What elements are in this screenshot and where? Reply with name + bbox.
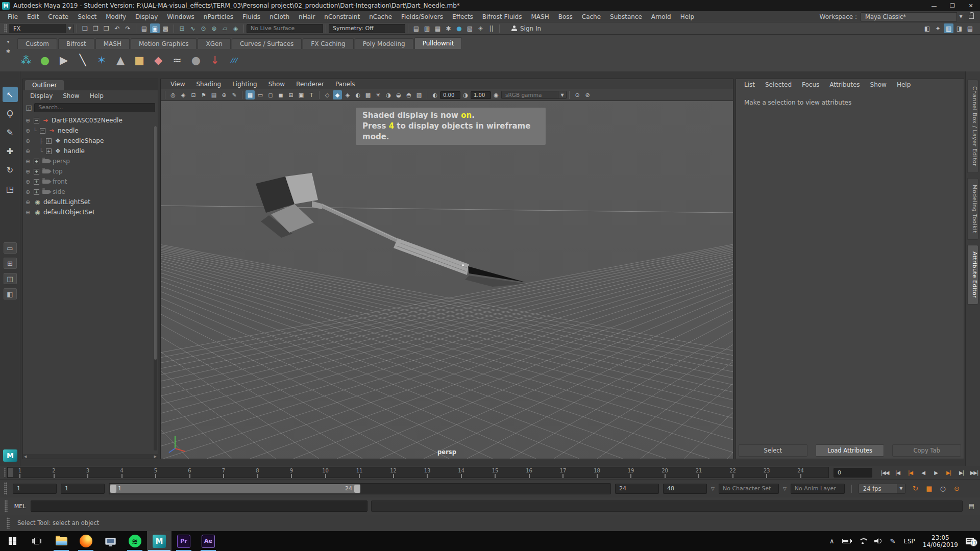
view-transform-dropdown[interactable]: sRGB gamma ▼ — [501, 91, 567, 99]
copy-tab-button[interactable]: Copy Tab — [892, 444, 961, 457]
outliner-tab[interactable]: Outliner — [25, 80, 64, 90]
dart-model[interactable] — [161, 101, 733, 459]
outliner-item-handle[interactable]: ⊕ └+❖handle — [23, 146, 158, 156]
group-grip[interactable] — [4, 482, 7, 495]
pdi-play-simulation-icon[interactable]: ▶ — [56, 53, 71, 68]
layer-editor-toggle-icon[interactable]: ▤ — [965, 23, 975, 33]
pause-icon[interactable]: || — [486, 23, 496, 33]
expand-icon[interactable]: + — [46, 138, 52, 144]
anim-preferences-icon[interactable]: ◷ — [938, 484, 948, 494]
character-set-field[interactable]: No Character Set — [719, 484, 779, 494]
step-back-key-icon[interactable]: |◀ — [905, 467, 916, 478]
menu-arnold[interactable]: Arnold — [647, 11, 676, 22]
anim-layer-menu-icon[interactable]: ▽ — [783, 486, 787, 491]
sign-in-button[interactable]: Sign In — [506, 25, 546, 32]
channel-box-toggle-icon[interactable]: ▥ — [944, 23, 953, 33]
outliner-item-front[interactable]: ⊕+front — [23, 177, 158, 187]
menu-edit[interactable]: Edit — [22, 11, 43, 22]
outliner-item-needleshape[interactable]: ⊕ ├+❖needleShape — [23, 136, 158, 146]
render-view-icon[interactable]: ▤ — [411, 23, 421, 33]
snap-projected-center-icon[interactable]: ⊚ — [209, 23, 219, 33]
shelf-tab-xgen[interactable]: XGen — [198, 38, 231, 49]
menu-display[interactable]: Display — [131, 11, 162, 22]
select-object-icon[interactable]: ▣ — [150, 23, 160, 33]
go-to-end-icon[interactable]: ▶▶| — [969, 467, 979, 478]
outliner-item-top[interactable]: ⊕+top — [23, 166, 158, 177]
range-slider-bar[interactable]: 1 24 — [110, 484, 360, 493]
outliner-item-needle[interactable]: ⊕└−➔needle — [23, 126, 158, 136]
outliner-item-side[interactable]: ⊕+side — [23, 187, 158, 197]
textured-icon[interactable]: ◈ — [343, 90, 352, 99]
gamma-field[interactable]: 1.00 — [471, 91, 491, 99]
expand-attributes-icon[interactable]: ⊕ — [26, 179, 33, 185]
grid-icon[interactable]: ▦ — [246, 90, 255, 99]
layout-four-pane[interactable]: ⊞ — [4, 258, 17, 269]
pdi-bone-icon[interactable]: ≈ — [169, 53, 185, 68]
expand-icon[interactable]: + — [34, 189, 39, 195]
spotify-button[interactable]: ≋ — [122, 531, 147, 551]
viewport-menu-view[interactable]: View — [165, 79, 190, 89]
ambient-occlusion-icon[interactable]: ◒ — [394, 90, 403, 99]
range-end-handle[interactable] — [354, 485, 360, 493]
modeling-toolkit-toggle-icon[interactable]: ◧ — [922, 23, 932, 33]
resolution-gate-icon[interactable]: ◻ — [266, 90, 275, 99]
shelf-tab-curves-surfaces[interactable]: Curves / Surfaces — [232, 38, 302, 49]
select-hierarchy-icon[interactable]: ▤ — [139, 23, 149, 33]
side-tab-attribute-editor[interactable]: Attribute Editor — [967, 245, 978, 305]
hypershade-icon[interactable]: ● — [454, 23, 464, 33]
expand-icon[interactable]: + — [34, 159, 39, 164]
undo-icon[interactable]: ↶ — [112, 23, 122, 33]
lasso-tool[interactable]: Ϙ — [3, 106, 18, 121]
attribute-editor-menu-help[interactable]: Help — [892, 79, 916, 90]
workspace-dropdown[interactable]: Maya Classic* ▼ — [861, 12, 965, 21]
look-through-selected-icon[interactable]: ◎ — [168, 90, 178, 99]
playback-loop-icon[interactable]: ↻ — [910, 484, 921, 494]
file-open-icon[interactable]: ❐ — [91, 23, 101, 33]
redo-icon[interactable]: ↷ — [123, 23, 133, 33]
shelf-tab-motion-graphics[interactable]: Motion Graphics — [131, 38, 197, 49]
snap-grid-icon[interactable]: ⊞ — [177, 23, 187, 33]
after-effects-button[interactable]: Ae — [196, 531, 220, 551]
camera-attributes-icon[interactable]: ⊡ — [189, 90, 198, 99]
outliner-menu-display[interactable]: Display — [25, 90, 58, 101]
expand-attributes-icon[interactable]: ⊕ — [26, 199, 33, 206]
menu-mash[interactable]: MASH — [526, 11, 553, 22]
safe-action-icon[interactable]: ▣ — [297, 90, 306, 99]
paint-select-tool[interactable]: ✎ — [3, 124, 18, 140]
go-to-start-icon[interactable]: |◀◀ — [879, 467, 890, 478]
premiere-pro-button[interactable]: Pr — [172, 531, 196, 551]
outliner-filter-icon[interactable]: ◲ — [26, 104, 32, 111]
range-slider-track[interactable]: 1 24 — [109, 483, 611, 494]
menu-ncloth[interactable]: nCloth — [265, 11, 294, 22]
outliner-item-defaultobjectset[interactable]: ⊕◉defaultObjectSet — [23, 207, 158, 217]
load-attributes-button[interactable]: Load Attributes — [816, 444, 885, 457]
shelf-tab-menu-icon[interactable]: ▾ — [7, 39, 9, 44]
outliner-horizontal-scrollbar[interactable]: ◀▶ — [23, 454, 158, 459]
gate-mask-icon[interactable]: ◼ — [276, 90, 285, 99]
menu-nconstraint[interactable]: nConstraint — [320, 11, 364, 22]
make-live-icon[interactable]: ◈ — [231, 23, 240, 33]
task-view-button[interactable] — [24, 531, 49, 551]
rotate-tool[interactable]: ↻ — [3, 162, 18, 178]
menu-create[interactable]: Create — [43, 11, 73, 22]
start-button[interactable] — [0, 531, 24, 551]
viewport-menu-shading[interactable]: Shading — [190, 79, 227, 89]
outliner-item-defaultlightset[interactable]: ⊕◉defaultLightSet — [23, 197, 158, 207]
attribute-editor-menu-selected[interactable]: Selected — [760, 79, 797, 90]
side-tab-modeling-toolkit[interactable]: Modeling Toolkit — [967, 178, 978, 240]
menu-set-dropdown[interactable]: FX ▼ — [9, 24, 74, 33]
exposure-field[interactable]: 0.00 — [440, 91, 460, 99]
menu-windows[interactable]: Windows — [162, 11, 199, 22]
exposure-icon[interactable]: ◐ — [430, 90, 439, 99]
viewport-menu-lighting[interactable]: Lighting — [227, 79, 263, 89]
menu-nhair[interactable]: nHair — [294, 11, 320, 22]
group-grip[interactable] — [5, 500, 8, 512]
auto-keyframe-icon[interactable]: ⊙ — [951, 484, 962, 494]
viewport-menu-renderer[interactable]: Renderer — [290, 79, 330, 89]
move-tool[interactable]: ✚ — [3, 143, 18, 159]
render-settings-icon[interactable]: ✱ — [444, 23, 453, 33]
expand-icon[interactable]: + — [34, 179, 39, 185]
maya-button[interactable]: M — [147, 531, 172, 551]
viewport-menu-show[interactable]: Show — [263, 79, 290, 89]
play-backwards-icon[interactable]: ◀ — [918, 467, 928, 478]
